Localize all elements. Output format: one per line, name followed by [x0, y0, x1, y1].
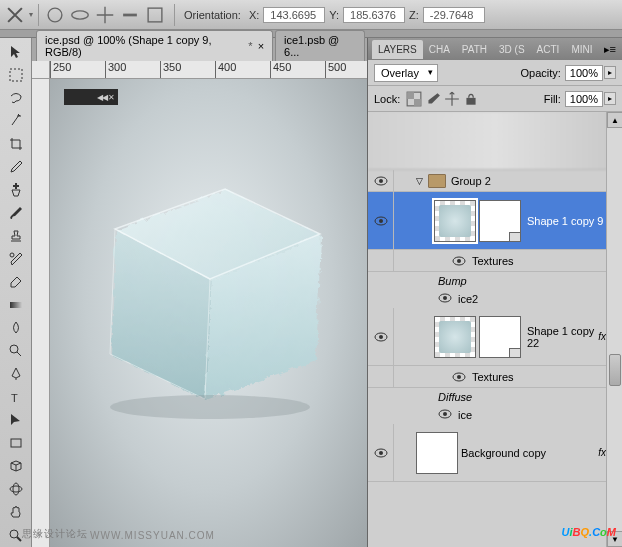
svg-rect-7 — [10, 302, 22, 308]
svg-rect-21 — [407, 92, 414, 99]
path-select-tool[interactable] — [2, 410, 30, 431]
layer-thumbnail[interactable] — [416, 432, 458, 474]
layers-scrollbar[interactable]: ▲ ▼ — [606, 112, 622, 547]
texture-bump[interactable]: Bump — [368, 272, 622, 290]
navigator-proxy[interactable]: ◀◀ ✕ — [64, 89, 118, 105]
watermark-cn: 思缘设计论坛 — [22, 527, 88, 541]
healing-tool[interactable] — [2, 179, 30, 200]
vector-mask-thumbnail[interactable] — [479, 316, 521, 358]
3d-scale-icon[interactable] — [144, 4, 166, 26]
pen-tool[interactable] — [2, 364, 30, 385]
layer-group-name[interactable]: Group 2 — [451, 175, 618, 187]
svg-rect-22 — [414, 99, 421, 106]
tab-title: ice1.psb @ 6... — [284, 34, 356, 58]
opacity-input[interactable]: 100% — [565, 65, 603, 81]
tab-paths[interactable]: PATH — [456, 40, 493, 59]
3d-pan-icon[interactable] — [94, 4, 116, 26]
layer-name[interactable]: Background copy — [461, 447, 598, 459]
stamp-tool[interactable] — [2, 225, 30, 246]
vector-mask-thumbnail[interactable] — [479, 200, 521, 242]
layers-list: ▽ Group 2 Shape 1 copy 9 Textur — [368, 112, 622, 547]
watermark-uibq: UiBQ.CoM — [562, 520, 616, 541]
lock-pixels-icon[interactable] — [425, 91, 441, 107]
svg-point-8 — [10, 345, 18, 353]
blend-mode-select[interactable]: Overlay — [374, 64, 438, 82]
svg-point-33 — [379, 335, 383, 339]
svg-point-11 — [10, 486, 22, 492]
fill-input[interactable]: 100% — [565, 91, 603, 107]
svg-rect-10 — [11, 439, 21, 447]
ruler-horizontal[interactable]: 250 300 350 400 450 500 — [50, 61, 367, 79]
scroll-thumb[interactable] — [609, 354, 621, 386]
svg-point-29 — [457, 259, 461, 263]
fill-flyout[interactable]: ▸ — [604, 92, 616, 105]
ruler-vertical[interactable] — [32, 79, 50, 547]
x-value-input[interactable]: 143.6695 — [263, 7, 325, 23]
crop-tool[interactable] — [2, 133, 30, 154]
svg-point-1 — [72, 10, 89, 18]
texture-ice2[interactable]: ice2 — [368, 290, 622, 308]
3d-camera-tool[interactable] — [2, 479, 30, 500]
3d-slide-icon[interactable] — [119, 4, 141, 26]
watermark-url: WWW.MISSYUAN.COM — [90, 530, 215, 541]
marquee-tool[interactable] — [2, 64, 30, 85]
layer-thumbnail[interactable] — [434, 200, 476, 242]
layer-name[interactable]: Shape 1 copy 9 — [527, 215, 618, 227]
tab-title: ice.psd @ 100% (Shape 1 copy 9, RGB/8) — [45, 34, 246, 58]
wand-tool[interactable] — [2, 110, 30, 131]
textures-label[interactable]: Textures — [472, 255, 618, 267]
gradient-tool[interactable] — [2, 295, 30, 316]
doc-tab-ice-psd[interactable]: ice.psd @ 100% (Shape 1 copy 9, RGB/8) *… — [36, 30, 273, 61]
move-tool[interactable] — [2, 41, 30, 62]
tab-layers[interactable]: LAYERS — [372, 40, 423, 59]
canvas[interactable]: ◀◀ ✕ — [50, 79, 367, 547]
doc-tab-ice1-psb[interactable]: ice1.psb @ 6... — [275, 30, 365, 61]
visibility-toggle[interactable] — [368, 366, 394, 387]
blur-tool[interactable] — [2, 318, 30, 339]
tab-mini[interactable]: MINI — [565, 40, 598, 59]
brush-tool[interactable] — [2, 202, 30, 223]
hand-tool[interactable] — [2, 502, 30, 523]
texture-ice[interactable]: ice — [368, 406, 622, 424]
tab-3d[interactable]: 3D (S — [493, 40, 531, 59]
lasso-tool[interactable] — [2, 87, 30, 108]
x-label: X: — [249, 9, 259, 21]
expand-arrow-icon[interactable]: ▽ — [416, 176, 428, 186]
layer-shape-copy-22[interactable]: Shape 1 copy 22 fx ▽ — [368, 308, 622, 366]
visibility-toggle[interactable] — [368, 308, 394, 365]
layer-thumbnail[interactable] — [434, 316, 476, 358]
3d-tool[interactable] — [2, 456, 30, 477]
layer-name[interactable]: Shape 1 copy 22 — [527, 325, 598, 349]
z-value-input[interactable]: -29.7648 — [423, 7, 485, 23]
tab-channels[interactable]: CHA — [423, 40, 456, 59]
svg-point-0 — [48, 8, 62, 22]
visibility-toggle[interactable] — [368, 250, 394, 271]
visibility-toggle[interactable] — [368, 192, 394, 249]
layer-background-copy[interactable]: Background copy fx ▽ — [368, 424, 622, 482]
close-icon[interactable]: × — [258, 40, 264, 52]
dodge-tool[interactable] — [2, 341, 30, 362]
ruler-origin[interactable] — [32, 61, 50, 79]
y-value-input[interactable]: 185.6376 — [343, 7, 405, 23]
tab-actions[interactable]: ACTI — [531, 40, 566, 59]
3d-rotate-icon[interactable] — [44, 4, 66, 26]
3d-roll-icon[interactable] — [69, 4, 91, 26]
panel-menu-icon[interactable]: ▸≡ — [604, 43, 616, 56]
eraser-tool[interactable] — [2, 271, 30, 292]
eyedropper-tool[interactable] — [2, 156, 30, 177]
scroll-up-icon[interactable]: ▲ — [607, 112, 622, 128]
texture-diffuse[interactable]: Diffuse — [368, 388, 622, 406]
lock-position-icon[interactable] — [444, 91, 460, 107]
textures-label[interactable]: Textures — [472, 371, 618, 383]
tool-preset-icon[interactable] — [4, 4, 26, 26]
layer-shape-copy-9[interactable]: Shape 1 copy 9 — [368, 192, 622, 250]
lock-all-icon[interactable] — [463, 91, 479, 107]
opacity-flyout[interactable]: ▸ — [604, 66, 616, 79]
svg-point-37 — [443, 412, 447, 416]
shape-tool[interactable] — [2, 433, 30, 454]
visibility-toggle[interactable] — [368, 424, 394, 481]
history-brush-tool[interactable] — [2, 248, 30, 269]
lock-transparency-icon[interactable] — [406, 91, 422, 107]
visibility-toggle[interactable] — [368, 170, 394, 191]
type-tool[interactable]: T — [2, 387, 30, 408]
